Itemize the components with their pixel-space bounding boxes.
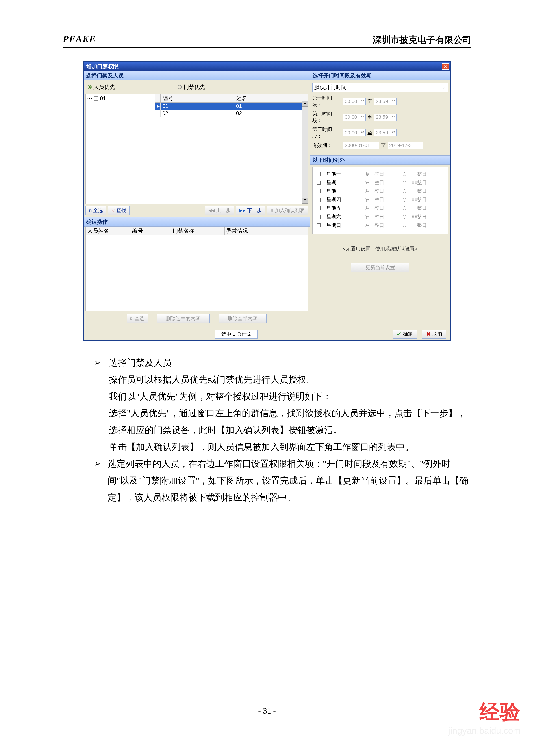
titlebar[interactable]: 增加门禁权限 X (84, 62, 450, 71)
time-slot-3: 第三时间段： 00:00▴▾ 至 23:59▴▾ (312, 126, 448, 140)
exception-day-row: 星期三整日非整日 (317, 188, 444, 195)
no-general-setting: <无通用设置，使用系统默认设置> (310, 236, 450, 261)
open-time-dropdown[interactable]: 默认开门时间 ⌄ (312, 83, 448, 92)
search-button[interactable]: ♡查找 (108, 206, 130, 215)
spinner-icon: ▴▾ (392, 130, 395, 136)
select-all-icon: ⧉ (130, 316, 133, 321)
group-tree[interactable]: ⋯ − 01 (86, 94, 155, 203)
watermark: Baidu 经验 jingyan.baidu.com (415, 698, 521, 736)
person-grid[interactable]: 编号 姓名 ▸ 01 01 02 02 (155, 94, 308, 203)
chevron-down-icon: ⌄ (442, 84, 446, 91)
radio-whole-day[interactable] (365, 198, 369, 202)
checkbox[interactable] (317, 181, 320, 185)
checkbox[interactable] (317, 198, 320, 202)
spinner-icon: ▴▾ (361, 98, 364, 104)
checkbox[interactable] (317, 189, 320, 193)
time-input[interactable]: 00:00▴▾ (343, 129, 366, 136)
time-input[interactable]: 23:59▴▾ (374, 98, 396, 105)
spinner-icon: ▴▾ (392, 98, 395, 104)
section-time-valid: 选择开门时间段及有效期 (310, 71, 450, 80)
exception-day-row: 星期日整日非整日 (317, 222, 444, 229)
radio-whole-day[interactable] (365, 172, 369, 176)
x-icon: ✖ (426, 331, 430, 337)
scroll-up-icon[interactable]: ▲ (302, 101, 308, 107)
spinner-icon: ▴▾ (361, 114, 364, 120)
select-all-button[interactable]: ⧉全选 (86, 206, 106, 215)
spinner-icon: ▴▾ (361, 130, 364, 136)
section-select-people: 选择门禁及人员 (84, 71, 310, 80)
brand: PEAKE (63, 34, 96, 46)
add-icon: ⇩ (270, 208, 274, 213)
time-slot-1: 第一时间段： 00:00▴▾ 至 23:59▴▾ (312, 95, 448, 108)
dialog-add-access: 增加门禁权限 X 选择门禁及人员 人员优先 门禁优先 (83, 62, 451, 341)
search-icon: ♡ (112, 208, 115, 213)
delete-all-button[interactable]: 删除全部内容 (218, 314, 267, 323)
next-button[interactable]: ▶▶下一步 (236, 206, 265, 215)
time-input[interactable]: 23:59▴▾ (374, 129, 396, 136)
exception-day-row: 星期四整日非整日 (317, 196, 444, 203)
checkbox[interactable] (317, 215, 320, 219)
close-icon[interactable]: X (442, 63, 449, 69)
prev-button[interactable]: ◀◀上一步 (205, 206, 234, 215)
ok-button[interactable]: ✔确定 (393, 330, 417, 338)
exception-day-row: 星期一整日非整日 (317, 171, 444, 177)
radio-not-whole-day[interactable] (403, 206, 406, 210)
check-icon: ✔ (397, 331, 401, 337)
section-exceptions: 以下时间例外 (310, 155, 450, 165)
collapse-icon[interactable]: − (94, 96, 98, 100)
exception-box: 星期一整日非整日星期二整日非整日星期三整日非整日星期四整日非整日星期五整日非整日… (312, 167, 448, 234)
update-settings-button[interactable]: 更新当前设置 (351, 262, 409, 272)
checkbox[interactable] (317, 172, 320, 176)
radio-whole-day[interactable] (365, 224, 369, 227)
time-input[interactable]: 00:00▴▾ (343, 98, 366, 105)
document-body: ➢ 选择门禁及人员 操作员可以根据人员优先或门禁优先进行人员授权。 我们以"人员… (63, 354, 471, 506)
exception-day-row: 星期六整日非整日 (317, 213, 444, 220)
col-name[interactable]: 姓名 (234, 94, 308, 102)
add-to-list-button[interactable]: ⇩加入确认列表 (267, 206, 308, 215)
col-id[interactable]: 编号 (161, 94, 234, 102)
exception-day-row: 星期五整日非整日 (317, 205, 444, 212)
cancel-button[interactable]: ✖取消 (422, 330, 446, 338)
radio-whole-day[interactable] (365, 181, 369, 184)
status-bar: 选中:1 总计:2 (84, 328, 389, 340)
scrollbar[interactable]: ▲ ▼ (302, 101, 308, 203)
date-input[interactable]: 2019-12-31⌄ (388, 142, 423, 149)
tree-root[interactable]: ⋯ − 01 (87, 95, 154, 102)
radio-whole-day[interactable] (365, 215, 369, 219)
time-input[interactable]: 23:59▴▾ (374, 114, 396, 121)
radio-not-whole-day[interactable] (403, 181, 406, 184)
radio-not-whole-day[interactable] (403, 189, 406, 193)
table-row[interactable]: ▸ 01 01 (155, 102, 308, 110)
doc-header: PEAKE 深圳市披克电子有限公司 (63, 34, 471, 48)
bullet-icon: ➢ (94, 354, 102, 371)
radio-not-whole-day[interactable] (403, 224, 406, 227)
checkbox[interactable] (317, 223, 320, 227)
select-all-2-button[interactable]: ⧉全选 (127, 314, 148, 323)
status-label: 选中:1 总计:2 (215, 330, 258, 338)
spinner-icon: ▴▾ (392, 114, 395, 120)
bullet-icon: ➢ (94, 455, 101, 506)
radio-whole-day[interactable] (365, 189, 369, 193)
chevron-down-icon: ⌄ (419, 143, 422, 148)
delete-selected-button[interactable]: 删除选中的内容 (157, 314, 210, 323)
time-input[interactable]: 00:00▴▾ (343, 114, 366, 121)
checkbox[interactable] (317, 206, 320, 210)
table-row[interactable]: 02 02 (155, 110, 308, 117)
radio-on-icon (88, 85, 92, 89)
date-input[interactable]: 2000-01-01⌄ (343, 142, 379, 149)
radio-not-whole-day[interactable] (403, 172, 406, 176)
confirm-table-body[interactable] (86, 235, 308, 311)
exception-day-row: 星期二整日非整日 (317, 179, 444, 186)
company: 深圳市披克电子有限公司 (372, 34, 471, 46)
radio-door-priority[interactable]: 门禁优先 (178, 84, 205, 91)
scroll-down-icon[interactable]: ▼ (302, 198, 308, 203)
radio-whole-day[interactable] (365, 206, 369, 210)
radio-not-whole-day[interactable] (403, 198, 406, 202)
radio-person-priority[interactable]: 人员优先 (88, 84, 115, 91)
section-confirm: 确认操作 (84, 217, 310, 227)
next-icon: ▶▶ (240, 208, 246, 213)
chevron-down-icon: ⌄ (375, 143, 377, 148)
valid-period: 有效期： 2000-01-01⌄ 至 2019-12-31⌄ (312, 142, 448, 149)
radio-not-whole-day[interactable] (403, 215, 406, 219)
select-all-icon: ⧉ (89, 208, 92, 213)
